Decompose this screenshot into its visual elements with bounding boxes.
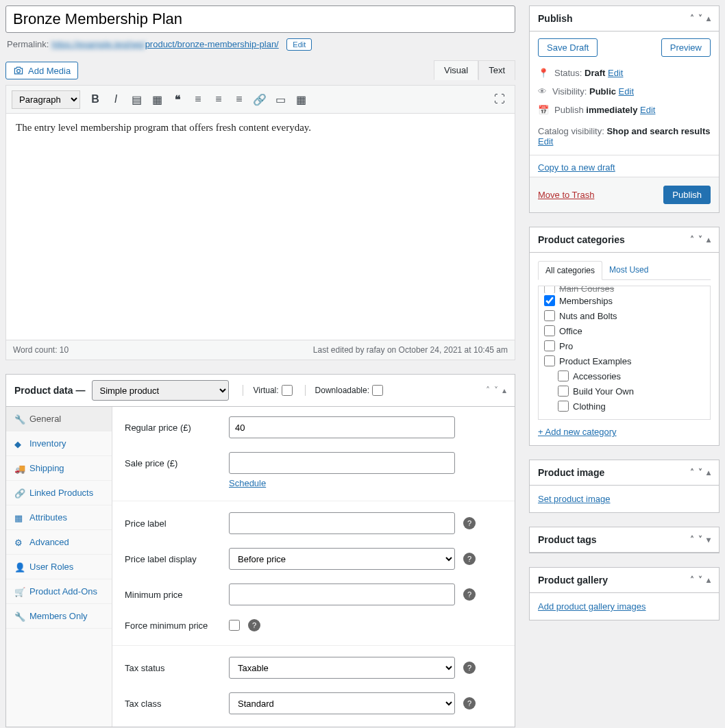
chevron-up-icon[interactable]: ˄ [690, 14, 694, 23]
numbered-list-icon[interactable]: ▦ [147, 90, 167, 109]
content-textarea[interactable]: The entry level membership program that … [6, 114, 515, 340]
chevron-up-icon[interactable]: ˄ [690, 468, 694, 477]
help-icon[interactable]: ? [463, 662, 476, 674]
edit-visibility-link[interactable]: Edit [619, 86, 634, 97]
category-item[interactable]: Build Your Own [544, 384, 704, 399]
permalink-edit-button[interactable]: Edit [286, 38, 312, 51]
category-item[interactable]: Product Examples [544, 353, 704, 368]
preview-button[interactable]: Preview [661, 38, 711, 57]
italic-icon[interactable]: I [106, 90, 125, 109]
save-draft-button[interactable]: Save Draft [538, 38, 598, 57]
category-checkbox[interactable] [558, 371, 569, 381]
downloadable-checkbox[interactable]: Downloadable: [305, 385, 383, 396]
edit-catalog-link[interactable]: Edit [538, 136, 553, 147]
chevron-down-icon[interactable]: ˅ [698, 468, 702, 477]
category-checkbox[interactable] [558, 401, 569, 412]
add-category-link[interactable]: + Add new category [538, 427, 617, 437]
quote-icon[interactable]: ❝ [168, 90, 187, 109]
category-checkbox[interactable] [544, 340, 555, 351]
title-input[interactable] [5, 5, 515, 33]
help-icon[interactable]: ? [463, 517, 476, 529]
publish-button[interactable]: Publish [663, 186, 711, 204]
chevron-down-icon[interactable]: ˅ [698, 535, 702, 544]
chevron-up-icon[interactable]: ˄ [486, 386, 490, 395]
category-item[interactable]: Nuts and Bolts [544, 308, 704, 323]
bullet-list-icon[interactable]: ▤ [127, 90, 146, 109]
category-checkbox[interactable] [544, 355, 555, 366]
category-checkbox[interactable] [544, 295, 555, 306]
category-checkbox[interactable] [544, 286, 555, 293]
category-item[interactable]: Accessories [544, 368, 704, 384]
force-min-checkbox[interactable] [229, 620, 240, 631]
category-item[interactable]: Main Courses [544, 286, 704, 293]
category-list[interactable]: Main CoursesMembershipsNuts and BoltsOff… [538, 286, 711, 420]
sale-price-input[interactable] [229, 452, 455, 474]
permalink-path[interactable]: product/bronze-membership-plan/ [145, 39, 279, 49]
tab-most-used[interactable]: Most Used [602, 261, 655, 279]
tab-linked-products[interactable]: 🔗Linked Products [6, 481, 112, 505]
chevron-down-icon[interactable]: ˅ [494, 386, 498, 395]
tax-class-select[interactable]: Standard [229, 692, 455, 714]
chevron-up-icon[interactable]: ˄ [690, 535, 694, 544]
align-left-icon[interactable]: ≡ [188, 90, 208, 109]
chevron-down-icon[interactable]: ˅ [698, 235, 702, 244]
category-checkbox[interactable] [558, 386, 569, 397]
tab-all-categories[interactable]: All categories [538, 261, 602, 280]
schedule-link[interactable]: Schedule [229, 478, 266, 488]
category-item[interactable]: Office [544, 323, 704, 338]
move-to-trash-link[interactable]: Move to Trash [538, 190, 594, 200]
tab-shipping[interactable]: 🚚Shipping [6, 456, 112, 481]
chevron-down-icon[interactable]: ˅ [698, 14, 702, 23]
align-right-icon[interactable]: ≡ [230, 90, 249, 109]
edit-status-link[interactable]: Edit [608, 68, 623, 78]
help-icon[interactable]: ? [463, 697, 476, 710]
tab-advanced[interactable]: ⚙Advanced [6, 530, 112, 555]
add-media-button[interactable]: Add Media [5, 62, 78, 79]
help-icon[interactable]: ? [463, 553, 476, 565]
align-center-icon[interactable]: ≡ [209, 90, 228, 109]
help-icon[interactable]: ? [248, 619, 260, 631]
copy-draft-link[interactable]: Copy to a new draft [538, 162, 615, 173]
chevron-down-icon[interactable]: ˅ [698, 575, 702, 585]
category-item[interactable]: Pro [544, 338, 704, 353]
tab-product-addons[interactable]: 🛒Product Add-Ons [6, 579, 112, 604]
tab-user-roles[interactable]: 👤User Roles [6, 555, 112, 579]
tax-status-select[interactable]: Taxable [229, 657, 455, 679]
add-gallery-images-link[interactable]: Add product gallery images [538, 601, 646, 612]
category-checkbox[interactable] [544, 325, 555, 336]
fullscreen-icon[interactable]: ⛶ [490, 90, 509, 109]
collapse-icon[interactable]: ▴ [502, 386, 506, 395]
collapse-icon[interactable]: ▴ [706, 468, 711, 477]
collapse-icon[interactable]: ▴ [706, 575, 711, 585]
chevron-up-icon[interactable]: ˄ [690, 575, 694, 585]
edit-schedule-link[interactable]: Edit [640, 105, 655, 115]
price-label-display-select[interactable]: Before price [229, 548, 455, 570]
collapse-icon[interactable]: ▴ [706, 14, 711, 23]
permalink-domain: https://example.test/wp/ [51, 39, 145, 49]
tab-members-only[interactable]: 🔧Members Only [6, 604, 112, 629]
chevron-up-icon[interactable]: ˄ [690, 235, 694, 244]
tab-attributes[interactable]: ▦Attributes [6, 505, 112, 530]
link-icon[interactable]: 🔗 [250, 90, 269, 109]
bold-icon[interactable]: B [86, 90, 105, 109]
tab-inventory[interactable]: ◆Inventory [6, 431, 112, 456]
format-select[interactable]: Paragraph [12, 90, 80, 109]
collapse-icon[interactable]: ▾ [706, 535, 711, 544]
product-type-select[interactable]: Simple product [92, 380, 229, 401]
minimum-price-input[interactable] [229, 583, 455, 605]
collapse-icon[interactable]: ▴ [706, 235, 711, 244]
regular-price-input[interactable] [229, 416, 455, 438]
category-item[interactable]: Memberships [544, 293, 704, 308]
help-icon[interactable]: ? [463, 588, 476, 601]
tab-general[interactable]: 🔧General [6, 407, 112, 431]
virtual-checkbox[interactable]: Virtual: [243, 385, 292, 396]
category-checkbox[interactable] [544, 310, 555, 321]
set-product-image-link[interactable]: Set product image [538, 494, 611, 504]
tab-text[interactable]: Text [478, 60, 515, 80]
category-item[interactable]: Clothing [544, 399, 704, 414]
product-data-title: Product data — [14, 385, 85, 396]
price-label-input[interactable] [229, 512, 455, 534]
toolbar-toggle-icon[interactable]: ▦ [291, 90, 310, 109]
tab-visual[interactable]: Visual [434, 60, 478, 80]
more-icon[interactable]: ▭ [271, 90, 290, 109]
